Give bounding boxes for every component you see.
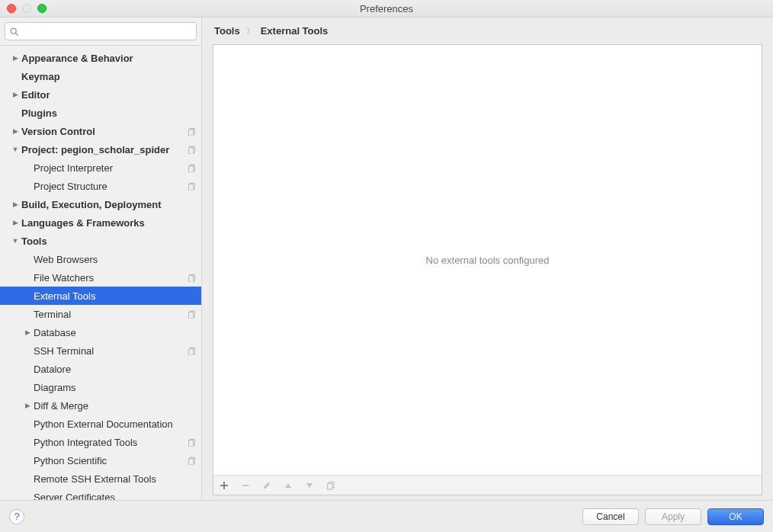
- tree-item-label: Python External Documentation: [34, 418, 197, 430]
- ok-button[interactable]: OK: [707, 508, 764, 525]
- tree-item-label: Web Browsers: [34, 254, 197, 265]
- tree-item-label: Version Control: [21, 126, 184, 137]
- svg-rect-19: [188, 458, 193, 464]
- chevron-down-icon: ▼: [11, 146, 20, 153]
- svg-line-1: [15, 33, 18, 35]
- content-pane: Tools 〉 External Tools No external tools…: [202, 18, 773, 500]
- project-scope-icon: [188, 437, 197, 447]
- svg-rect-17: [188, 440, 193, 446]
- chevron-right-icon: ▶: [11, 219, 20, 226]
- zoom-window-button[interactable]: [37, 4, 47, 13]
- breadcrumb: Tools 〉 External Tools: [202, 18, 773, 44]
- svg-rect-7: [188, 165, 193, 171]
- tree-item-label: Diff & Merge: [34, 400, 197, 412]
- tree-item-plugins[interactable]: Plugins: [0, 104, 201, 122]
- window-controls: [0, 4, 47, 13]
- tree-item-label: Project: pegion_scholar_spider: [21, 144, 184, 155]
- svg-rect-11: [188, 275, 193, 281]
- breadcrumb-current: External Tools: [261, 25, 329, 37]
- tree-item-label: Plugins: [21, 107, 197, 119]
- project-scope-icon: [188, 127, 197, 136]
- help-icon: ?: [14, 511, 19, 522]
- tree-item-label: Keymap: [21, 71, 197, 82]
- tree-item-label: Appearance & Behavior: [21, 53, 197, 64]
- tree-item-version-control[interactable]: ▶ Version Control: [0, 122, 201, 140]
- tree-item-project[interactable]: ▼ Project: pegion_scholar_spider: [0, 140, 201, 159]
- chevron-right-icon: ▶: [11, 200, 20, 208]
- tree-item-label: Remote SSH External Tools: [34, 473, 197, 485]
- tree-item-label: Python Scientific: [34, 455, 184, 466]
- settings-tree[interactable]: ▶ Appearance & Behavior Keymap ▶ Editor …: [0, 46, 201, 500]
- tree-item-python-integrated-tools[interactable]: Python Integrated Tools: [0, 433, 201, 451]
- search-field-container[interactable]: [5, 22, 197, 40]
- chevron-down-icon: ▼: [11, 237, 20, 245]
- tree-item-project-interpreter[interactable]: Project Interpreter: [0, 159, 201, 177]
- tree-item-file-watchers[interactable]: File Watchers: [0, 268, 201, 287]
- svg-marker-23: [285, 483, 291, 488]
- svg-rect-15: [188, 348, 193, 354]
- remove-button[interactable]: [239, 479, 252, 492]
- tree-item-label: Project Interpreter: [34, 162, 184, 174]
- empty-state-text: No external tools configured: [426, 255, 550, 266]
- move-down-button[interactable]: [303, 479, 316, 492]
- project-scope-icon: [188, 145, 197, 154]
- copy-button[interactable]: [325, 479, 337, 492]
- tree-item-ssh-terminal[interactable]: SSH Terminal: [0, 341, 201, 360]
- chevron-right-icon: ▶: [11, 54, 20, 62]
- tree-item-label: Database: [34, 327, 197, 338]
- project-scope-icon: [188, 346, 197, 355]
- window-titlebar: Preferences: [0, 0, 773, 18]
- chevron-right-icon: 〉: [246, 25, 255, 37]
- sidebar: ▶ Appearance & Behavior Keymap ▶ Editor …: [0, 18, 202, 500]
- tree-item-python-scientific[interactable]: Python Scientific: [0, 451, 201, 470]
- tree-item-label: Build, Execution, Deployment: [21, 199, 197, 210]
- tree-item-tools[interactable]: ▼ Tools: [0, 232, 201, 250]
- tree-item-external-tools[interactable]: External Tools: [0, 287, 201, 305]
- tree-item-database[interactable]: ▶ Database: [0, 323, 201, 341]
- tree-item-project-structure[interactable]: Project Structure: [0, 177, 201, 195]
- tree-item-label: Languages & Frameworks: [21, 217, 197, 229]
- tree-item-label: Project Structure: [34, 181, 184, 192]
- tree-item-diff-merge[interactable]: ▶ Diff & Merge: [0, 396, 201, 415]
- apply-button[interactable]: Apply: [645, 508, 701, 525]
- tree-item-diagrams[interactable]: Diagrams: [0, 378, 201, 396]
- external-tools-list[interactable]: No external tools configured: [213, 45, 762, 475]
- tree-item-appearance[interactable]: ▶ Appearance & Behavior: [0, 49, 201, 67]
- tree-item-remote-ssh-ext-tools[interactable]: Remote SSH External Tools: [0, 470, 201, 488]
- tree-item-label: Server Certificates: [34, 492, 197, 501]
- move-up-button[interactable]: [282, 479, 294, 492]
- tree-item-keymap[interactable]: Keymap: [0, 67, 201, 85]
- edit-button[interactable]: [261, 479, 273, 492]
- cancel-button[interactable]: Cancel: [582, 508, 639, 525]
- tree-item-server-certificates[interactable]: Server Certificates: [0, 488, 201, 500]
- svg-marker-24: [306, 483, 313, 488]
- dialog-footer: ? Cancel Apply OK: [0, 500, 773, 532]
- tree-item-terminal[interactable]: Terminal: [0, 305, 201, 323]
- tree-item-python-ext-doc[interactable]: Python External Documentation: [0, 415, 201, 433]
- window-title: Preferences: [0, 3, 773, 14]
- tree-item-label: SSH Terminal: [34, 345, 184, 357]
- project-scope-icon: [188, 273, 197, 282]
- tree-item-label: Editor: [21, 89, 197, 101]
- tree-item-label: Datalore: [34, 364, 197, 375]
- tree-item-build[interactable]: ▶ Build, Execution, Deployment: [0, 195, 201, 213]
- chevron-right-icon: ▶: [23, 328, 32, 336]
- tree-item-web-browsers[interactable]: Web Browsers: [0, 250, 201, 268]
- external-tools-panel: No external tools configured: [213, 44, 762, 495]
- tree-item-editor[interactable]: ▶ Editor: [0, 85, 201, 104]
- chevron-right-icon: ▶: [23, 402, 32, 409]
- add-button[interactable]: [218, 479, 230, 492]
- tree-item-languages[interactable]: ▶ Languages & Frameworks: [0, 213, 201, 232]
- project-scope-icon: [188, 163, 197, 172]
- tree-item-label: Terminal: [34, 309, 184, 320]
- search-icon: [9, 27, 19, 37]
- minimize-window-button[interactable]: [22, 4, 31, 13]
- breadcrumb-root[interactable]: Tools: [214, 25, 240, 37]
- close-window-button[interactable]: [7, 4, 16, 13]
- tree-item-datalore[interactable]: Datalore: [0, 360, 201, 378]
- tree-item-label: Diagrams: [34, 382, 197, 393]
- tree-item-label: File Watchers: [34, 272, 184, 284]
- help-button[interactable]: ?: [9, 509, 24, 524]
- search-input[interactable]: [21, 24, 192, 39]
- tree-item-label: Python Integrated Tools: [34, 437, 184, 448]
